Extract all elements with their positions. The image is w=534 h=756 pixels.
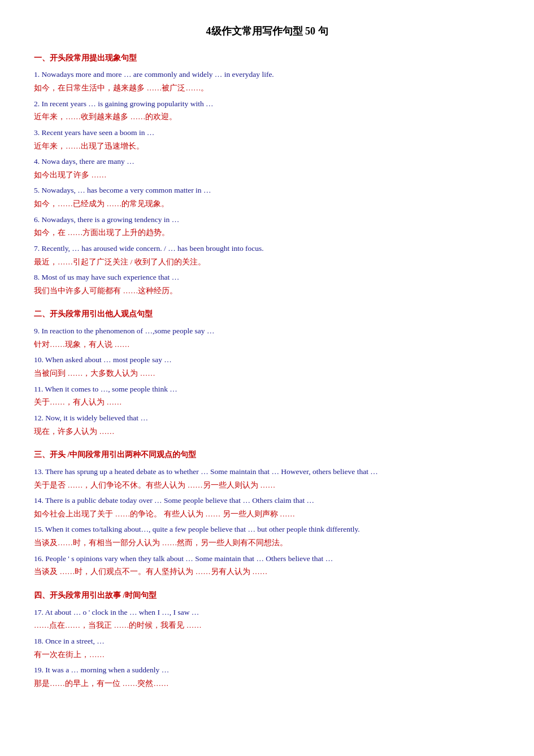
- sentence-5-cn: 如今，……已经成为 ……的常见现象。: [34, 197, 500, 211]
- sentence-9-cn: 针对……现象，有人说 ……: [34, 338, 500, 351]
- sentence-8-cn: 我们当中许多人可能都有 ……这种经历。: [34, 284, 500, 298]
- sentence-18-cn: 有一次在街上，……: [34, 648, 500, 662]
- sentence-19-en: 19. It was a … morning when a suddenly …: [34, 663, 500, 677]
- sentence-5-en: 5. Nowadays, … has become a very common …: [34, 184, 500, 197]
- sentence-6: 6. Nowadays, there is a growing tendency…: [34, 213, 500, 240]
- section-3-heading: 三、开头 /中间段常用引出两种不同观点的句型: [34, 448, 500, 462]
- sentence-10-cn: 当被问到 ……，大多数人认为 ……: [34, 367, 500, 380]
- sentence-6-cn: 如今，在 ……方面出现了上升的趋势。: [34, 226, 500, 240]
- sentence-9: 9. In reaction to the phenomenon of …,so…: [34, 324, 500, 351]
- sentence-1-cn: 如今，在日常生活中，越来越多 ……被广泛……。: [34, 81, 500, 95]
- sentence-5: 5. Nowadays, … has become a very common …: [34, 184, 500, 210]
- sentence-16: 16. People ' s opinions vary when they t…: [34, 552, 500, 579]
- sentence-11: 11. When it comes to …, some people thin…: [34, 383, 500, 409]
- sentence-17-cn: ……点在……，当我正 ……的时候，我看见 ……: [34, 619, 500, 632]
- sentence-7: 7. Recently, … has aroused wide concern.…: [34, 242, 500, 268]
- sentence-3-en: 3. Recent years have seen a boom in …: [34, 126, 500, 140]
- sentence-13: 13. There has sprung up a heated debate …: [34, 465, 500, 492]
- sentence-7-cn: 最近，……引起了广泛关注 / 收到了人们的关注。: [34, 255, 500, 269]
- sentence-4-en: 4. Nowa days, there are many …: [34, 155, 500, 168]
- sentence-10: 10. When asked about … most people say ……: [34, 353, 500, 380]
- sentence-4: 4. Nowa days, there are many … 如今出现了许多 ……: [34, 155, 500, 181]
- section-1-heading: 一、开头段常用提出现象句型: [34, 51, 500, 65]
- section-1: 一、开头段常用提出现象句型 1. Nowadays more and more …: [34, 51, 500, 298]
- sentence-10-en: 10. When asked about … most people say …: [34, 353, 500, 367]
- sentence-18: 18. Once in a street, … 有一次在街上，……: [34, 635, 500, 661]
- sentence-19: 19. It was a … morning when a suddenly ……: [34, 663, 500, 690]
- sentence-9-en: 9. In reaction to the phenomenon of …,so…: [34, 324, 500, 338]
- sentence-14-en: 14. There is a public debate today over …: [34, 494, 500, 507]
- sentence-13-en: 13. There has sprung up a heated debate …: [34, 465, 500, 479]
- sentence-4-cn: 如今出现了许多 ……: [34, 168, 500, 182]
- sentence-12-cn: 现在，许多人认为 ……: [34, 425, 500, 438]
- sentence-15-cn: 当谈及……时，有相当一部分人认为 ……然而，另一些人则有不同想法。: [34, 536, 500, 550]
- sentence-14: 14. There is a public debate today over …: [34, 494, 500, 520]
- sentence-11-en: 11. When it comes to …, some people thin…: [34, 383, 500, 396]
- sentence-15-en: 15. When it comes to/talking about…, qui…: [34, 523, 500, 536]
- section-2: 二、开头段常用引出他人观点句型 9. In reaction to the ph…: [34, 307, 500, 438]
- sentence-15: 15. When it comes to/talking about…, qui…: [34, 523, 500, 549]
- section-4-heading: 四、开头段常用引出故事 /时间句型: [34, 589, 500, 602]
- sentence-6-en: 6. Nowadays, there is a growing tendency…: [34, 213, 500, 227]
- sentence-3: 3. Recent years have seen a boom in … 近年…: [34, 126, 500, 153]
- sentence-3-cn: 近年来，……出现了迅速增长。: [34, 140, 500, 153]
- sentence-14-cn: 如今社会上出现了关于 ……的争论。 有些人认为 …… 另一些人则声称 ……: [34, 507, 500, 521]
- sentence-8-en: 8. Most of us may have such experience t…: [34, 271, 500, 284]
- sentence-7-en: 7. Recently, … has aroused wide concern.…: [34, 242, 500, 255]
- section-2-heading: 二、开头段常用引出他人观点句型: [34, 307, 500, 321]
- sentence-16-cn: 当谈及 ……时，人们观点不一。有人坚持认为 ……另有人认为 ……: [34, 565, 500, 579]
- sentence-17: 17. At about … o ' clock in the … when I…: [34, 606, 500, 632]
- content-area: 一、开头段常用提出现象句型 1. Nowadays more and more …: [34, 51, 500, 690]
- sentence-12-en: 12. Now, it is widely believed that …: [34, 411, 500, 425]
- sentence-8: 8. Most of us may have such experience t…: [34, 271, 500, 297]
- sentence-2-cn: 近年来，……收到越来越多 ……的欢迎。: [34, 110, 500, 124]
- sentence-12: 12. Now, it is widely believed that … 现在…: [34, 411, 500, 438]
- sentence-17-en: 17. At about … o ' clock in the … when I…: [34, 606, 500, 619]
- sentence-2-en: 2. In recent years … is gaining growing …: [34, 97, 500, 111]
- sentence-1: 1. Nowadays more and more … are commonly…: [34, 68, 500, 94]
- sentence-2: 2. In recent years … is gaining growing …: [34, 97, 500, 124]
- sentence-16-en: 16. People ' s opinions vary when they t…: [34, 552, 500, 566]
- sentence-18-en: 18. Once in a street, …: [34, 635, 500, 648]
- sentence-13-cn: 关于是否 ……，人们争论不休。有些人认为 ……另一些人则认为 ……: [34, 479, 500, 492]
- page-title: 4级作文常用写作句型 50 句: [34, 23, 500, 40]
- section-3: 三、开头 /中间段常用引出两种不同观点的句型 13. There has spr…: [34, 448, 500, 579]
- section-4: 四、开头段常用引出故事 /时间句型 17. At about … o ' clo…: [34, 589, 500, 690]
- sentence-19-cn: 那是……的早上，有一位 ……突然……: [34, 677, 500, 690]
- sentence-11-cn: 关于……，有人认为 ……: [34, 396, 500, 409]
- sentence-1-en: 1. Nowadays more and more … are commonly…: [34, 68, 500, 81]
